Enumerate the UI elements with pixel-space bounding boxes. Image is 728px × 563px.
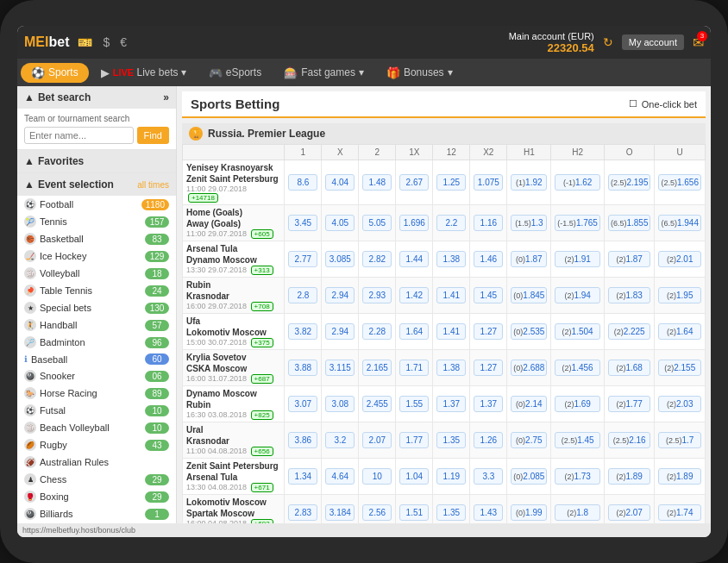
sport-item-chess[interactable]: ♟ Chess 29 [17,471,176,488]
odd-button[interactable]: 2.77 [288,251,317,267]
odd-button[interactable]: 3.86 [288,432,317,448]
odd-button[interactable]: 1.71 [399,360,429,376]
odd-button[interactable]: (2)2.07 [608,504,651,521]
odd-button[interactable]: 3.08 [325,396,355,412]
nav-esports[interactable]: 🎮 eSports [198,63,272,83]
odd-button[interactable]: (1.5)1.3 [511,215,547,231]
find-button[interactable]: Find [137,127,169,144]
odd-button[interactable]: 1.19 [436,468,466,485]
odd-button[interactable]: (0)2.14 [511,396,547,412]
odd-button[interactable]: 1.34 [288,468,317,485]
odd-button[interactable]: 3.45 [288,215,317,231]
odd-button[interactable]: (2)1.95 [658,287,701,303]
odd-button[interactable]: (2)1.504 [555,323,600,340]
odd-button[interactable]: 1.37 [474,396,503,412]
odd-button[interactable]: (2)1.74 [658,504,701,521]
odd-button[interactable]: 3.07 [288,396,317,412]
sport-item-volleyball[interactable]: 🏐 Volleyball 18 [17,265,176,282]
odd-button[interactable]: 2.165 [362,360,392,376]
all-times-label[interactable]: all times [137,180,169,190]
odd-button[interactable]: 3.82 [288,323,317,340]
odd-button[interactable]: 2.67 [399,174,429,191]
odd-button[interactable]: 1.37 [436,396,466,412]
odd-button[interactable]: (2.5)1.45 [555,432,600,448]
odd-button[interactable]: 3.115 [325,360,355,376]
ticket-icon[interactable]: 🎫 [78,35,92,49]
refresh-icon[interactable]: ↻ [603,35,613,49]
bet-search-header[interactable]: ▲ Bet search » [17,86,176,109]
odd-button[interactable]: 3.2 [325,432,355,448]
sport-item-beach-volleyball[interactable]: 🏐 Beach Volleyball 10 [17,419,176,436]
odd-button[interactable]: (2)1.456 [555,360,600,376]
my-account-button[interactable]: My account [622,34,684,50]
odd-button[interactable]: 1.26 [474,432,503,448]
odd-button[interactable]: (0)1.845 [511,287,547,303]
odd-button[interactable]: (2)1.68 [608,360,651,376]
odd-button[interactable]: (2)1.89 [658,468,701,485]
odd-button[interactable]: (2)2.155 [658,360,701,376]
sport-item-snooker[interactable]: 🎱 Snooker 06 [17,367,176,385]
odd-button[interactable]: 1.55 [399,396,429,412]
sport-item-tennis[interactable]: 🎾 Tennis 157 [17,213,176,230]
odd-button[interactable]: 4.64 [325,468,355,485]
odd-button[interactable]: 3.3 [474,468,503,485]
odd-button[interactable]: (2.5)1.7 [658,432,701,448]
odd-button[interactable]: 2.94 [325,323,355,340]
odd-button[interactable]: 1.45 [474,287,503,303]
odd-button[interactable]: (2)1.64 [658,323,701,340]
odd-button[interactable]: (2)1.77 [608,396,651,412]
odd-button[interactable]: (2.5)2.16 [608,432,651,448]
search-input[interactable] [24,127,134,144]
odd-button[interactable]: 1.41 [436,287,466,303]
odd-button[interactable]: (2)1.87 [608,251,651,267]
sport-item-rugby[interactable]: 🏉 Rugby 43 [17,436,176,454]
nav-bonuses[interactable]: 🎁 Bonuses ▾ [376,63,463,83]
odd-button[interactable]: 1.51 [399,504,429,521]
odd-button[interactable]: 1.075 [474,174,503,191]
odd-button[interactable]: 1.48 [362,174,392,191]
odd-button[interactable]: (-1.5)1.765 [555,215,600,231]
sport-item-badminton[interactable]: 🏸 Badminton 96 [17,334,176,351]
sport-item-australian-rules[interactable]: 🏈 Australian Rules [17,454,176,471]
odd-button[interactable]: (2)2.225 [608,323,651,340]
odd-button[interactable]: (2)1.69 [555,396,600,412]
odd-button[interactable]: 1.38 [436,251,466,267]
odd-button[interactable]: 10 [362,468,392,485]
sport-item-baseball[interactable]: ℹ Baseball 60 [17,351,176,367]
odd-button[interactable]: 5.05 [362,215,392,231]
odd-button[interactable]: (2)2.03 [658,396,701,412]
odd-button[interactable]: 1.38 [436,360,466,376]
odd-button[interactable]: (0)2.535 [511,323,547,340]
sport-item-special-bets[interactable]: ★ Special bets 130 [17,299,176,316]
odd-button[interactable]: 2.2 [436,215,466,231]
nav-fast-games[interactable]: 🎰 Fast games ▾ [273,63,374,83]
odd-button[interactable]: 4.04 [325,174,355,191]
odd-button[interactable]: 1.77 [399,432,429,448]
odd-button[interactable]: (2.5)2.195 [608,174,651,191]
odd-button[interactable]: 1.16 [474,215,503,231]
odd-button[interactable]: 3.085 [325,251,355,267]
odd-button[interactable]: 1.27 [474,360,503,376]
nav-live-bets[interactable]: ▶ LIVE Live bets ▾ [91,63,197,83]
odd-button[interactable]: 1.43 [474,504,503,521]
odd-button[interactable]: (2.5)1.656 [658,174,701,191]
odd-button[interactable]: (2)1.94 [555,287,600,303]
dollar-icon[interactable]: $ [103,35,110,49]
euro-icon[interactable]: € [120,35,127,49]
odd-button[interactable]: 8.6 [288,174,317,191]
odd-button[interactable]: 2.93 [362,287,392,303]
odd-button[interactable]: (6.5)1.855 [608,215,651,231]
odd-button[interactable]: 1.41 [436,323,466,340]
odd-button[interactable]: (2)2.01 [658,251,701,267]
odd-button[interactable]: 1.27 [474,323,503,340]
event-selection-header[interactable]: ▲ Event selection all times [17,173,176,196]
odd-button[interactable]: 3.88 [288,360,317,376]
sport-item-basketball[interactable]: 🏀 Basketball 83 [17,230,176,247]
odd-button[interactable]: 2.28 [362,323,392,340]
odd-button[interactable]: 1.44 [399,251,429,267]
odd-button[interactable]: 1.46 [474,251,503,267]
odd-button[interactable]: (2)1.83 [608,287,651,303]
odd-button[interactable]: 2.56 [362,504,392,521]
odd-button[interactable]: 1.25 [436,174,466,191]
odd-button[interactable]: 2.8 [288,287,317,303]
